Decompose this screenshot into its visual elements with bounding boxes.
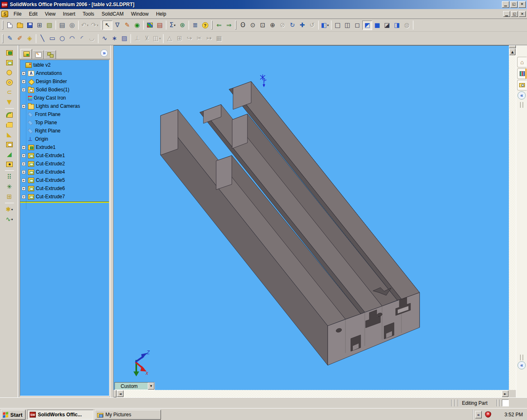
circular-pattern-button[interactable]: ✳ — [4, 182, 15, 192]
taskpane-collapse-button-2[interactable]: « — [518, 361, 526, 369]
tray-collapse-button[interactable]: « — [475, 411, 482, 418]
expand-toggle[interactable]: + — [22, 154, 26, 158]
scroll-up-button[interactable]: ▲ — [509, 49, 515, 55]
doc-close-button[interactable]: ✕ — [519, 11, 526, 17]
doc-restore-button[interactable]: ◱ — [511, 11, 518, 17]
expand-toggle[interactable]: + — [22, 88, 26, 92]
linear-pattern-button[interactable]: ⠿ — [4, 172, 15, 182]
color-swatches-button[interactable] — [145, 21, 155, 30]
wireframe-button[interactable]: □ — [333, 21, 343, 30]
rebuild-button[interactable]: ◉ — [132, 21, 142, 30]
circle-button[interactable]: ○ — [57, 34, 67, 43]
swept-boss-base-button[interactable]: ⊂ — [4, 87, 15, 97]
hatch-fill-button[interactable]: ▨ — [119, 34, 129, 43]
pan-button[interactable]: ✚ — [297, 21, 307, 30]
scroll-right-button[interactable]: ► — [502, 390, 508, 397]
tree-item-extrude1[interactable]: +Extrude1 — [20, 143, 109, 151]
minimize-button[interactable]: ▁ — [502, 1, 509, 8]
expand-toggle[interactable]: + — [22, 195, 26, 199]
zoom-previous-button[interactable]: ʘ — [238, 21, 248, 30]
menu-help[interactable]: Help — [152, 10, 170, 18]
scroll-left-button[interactable]: ◄ — [117, 390, 124, 397]
document-icon[interactable]: S — [1, 11, 8, 17]
toolbar-grip[interactable] — [2, 34, 3, 43]
menu-window[interactable]: Window — [127, 10, 152, 18]
view-orientation-button[interactable]: ⊛ — [177, 21, 187, 30]
expand-toggle[interactable]: + — [22, 170, 26, 174]
app-icon[interactable]: SW — [1, 2, 8, 8]
zoom-to-area-button[interactable]: ⊡ — [258, 21, 268, 30]
open-document-button[interactable] — [15, 21, 25, 30]
expand-toggle[interactable]: + — [22, 80, 26, 84]
dropdown-arrow-icon[interactable]: ▾ — [174, 23, 175, 27]
chamfer-button[interactable] — [4, 120, 15, 130]
tree-item-cut-extrude2[interactable]: +Cut-Extrude2 — [20, 160, 109, 168]
extruded-cut-button[interactable] — [4, 58, 15, 67]
hidden-lines-removed-button[interactable]: ◻ — [352, 21, 362, 30]
featuremanager-tab[interactable] — [21, 49, 32, 59]
tree-item-cut-extrude5[interactable]: +Cut-Extrude5 — [20, 176, 109, 184]
dropdown-arrow-icon[interactable]: ▾ — [327, 23, 329, 27]
print-preview-button[interactable]: ◎ — [67, 21, 77, 30]
centerpoint-arc-button[interactable]: ◠ — [67, 34, 77, 43]
rib-button[interactable]: ◣ — [4, 130, 15, 139]
tree-item-top-plane[interactable]: Top Plane — [20, 118, 109, 127]
make-drawing-from-part-button[interactable]: ⊞ — [35, 21, 44, 30]
panel-splitter[interactable] — [110, 45, 114, 397]
expand-toggle[interactable]: + — [22, 72, 26, 75]
smart-dimension-button[interactable]: ◈ — [25, 34, 35, 43]
design-library-tab[interactable] — [517, 68, 527, 79]
dropdown-arrow-icon[interactable]: ▾ — [87, 23, 89, 27]
menu-solidcam[interactable]: SolidCAM — [98, 10, 127, 18]
zoom-in-out-button[interactable]: ⊕ — [268, 21, 277, 30]
graphics-area[interactable]: Z x — [114, 45, 509, 390]
menu-tools[interactable]: Tools — [79, 10, 98, 18]
taskpane-collapse-button[interactable]: « — [518, 91, 526, 100]
toolbar-grip[interactable] — [235, 21, 236, 30]
tree-item-right-plane[interactable]: Right Plane — [20, 127, 109, 135]
start-button[interactable]: Start — [1, 410, 26, 420]
expand-toggle[interactable]: + — [22, 146, 26, 149]
save-document-button[interactable] — [25, 21, 35, 30]
tree-item-cut-extrude4[interactable]: +Cut-Extrude4 — [20, 168, 109, 176]
expand-toggle[interactable]: + — [22, 187, 26, 190]
toolbar-grip[interactable] — [2, 21, 3, 30]
edit-color-button[interactable]: ✎ — [122, 21, 132, 30]
menu-insert[interactable]: Insert — [59, 10, 79, 18]
new-document-button[interactable] — [5, 21, 15, 30]
measure-button[interactable]: Σ▾ — [168, 21, 177, 30]
print-button[interactable]: ▤ — [57, 21, 67, 30]
close-button[interactable]: ✕ — [518, 1, 526, 8]
reference-geometry-button[interactable]: ✱▾ — [4, 204, 15, 214]
tree-item-origin[interactable]: Origin — [20, 135, 109, 143]
hidden-lines-visible-button[interactable]: ◫ — [343, 21, 352, 30]
tree-item-cut-extrude6[interactable]: +Cut-Extrude6 — [20, 184, 109, 193]
rectangle-button[interactable]: ▭ — [47, 34, 57, 43]
point-button[interactable]: ∗ — [110, 34, 119, 43]
sketch-button[interactable]: ✎ — [5, 34, 15, 43]
combo-dropdown-button[interactable]: ▼ — [148, 383, 154, 390]
quick-tips-toggle[interactable] — [502, 399, 509, 406]
hole-wizard-button[interactable] — [4, 159, 15, 169]
tree-item-design-binder[interactable]: +Design Binder — [20, 77, 109, 86]
dropdown-arrow-icon[interactable]: ▾ — [97, 23, 98, 27]
taskpane-drag-handle[interactable] — [520, 102, 523, 108]
dropdown-arrow-icon[interactable]: ▾ — [159, 37, 161, 40]
solidworks-resources-tab[interactable]: ⌂ — [517, 57, 527, 67]
draft-button[interactable]: ◢ — [4, 149, 15, 159]
revolved-cut-button[interactable] — [4, 77, 15, 87]
section-view-button[interactable]: ◨ — [392, 21, 402, 30]
pane-split-handle[interactable] — [114, 390, 117, 397]
rotate-view-button[interactable]: ↻ — [287, 21, 297, 30]
toolbar-grip[interactable] — [211, 21, 212, 30]
expand-toggle[interactable]: + — [22, 162, 26, 166]
curves-button[interactable]: ∿▾ — [4, 214, 15, 224]
taskbar-button-my-pictures[interactable]: My Pictures — [95, 410, 161, 420]
tree-item-solid-bodies-1[interactable]: +Solid Bodies(1) — [20, 86, 109, 94]
lofted-boss-base-button[interactable]: ▼ — [4, 97, 15, 107]
vertical-scrollbar[interactable]: ▲ ▼ — [509, 45, 516, 397]
tree-item-cut-extrude1[interactable]: +Cut-Extrude1 — [20, 151, 109, 160]
dropdown-arrow-icon[interactable]: ▾ — [11, 208, 13, 211]
file-explorer-tab[interactable] — [517, 80, 527, 90]
horizontal-scrollbar[interactable]: ◄ ► — [114, 390, 509, 397]
